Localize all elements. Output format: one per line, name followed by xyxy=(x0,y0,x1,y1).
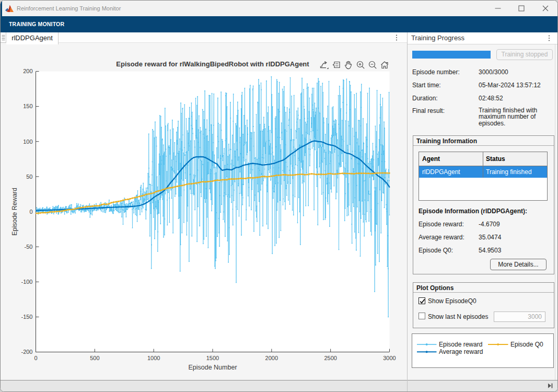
zoom-in-icon xyxy=(356,60,365,70)
status-cell: Training finished xyxy=(483,166,532,178)
progress-fill xyxy=(412,51,491,59)
legend-episode-reward: Episode reward xyxy=(439,341,482,348)
restore-view-button[interactable] xyxy=(379,59,390,71)
panel-separator[interactable] xyxy=(407,32,408,392)
more-details-button[interactable]: More Details... xyxy=(490,259,547,270)
svg-text:1000: 1000 xyxy=(147,355,160,361)
status-bar xyxy=(1,380,558,392)
agent-status-table[interactable]: Agent Status rlDDPGAgent Training finish… xyxy=(419,152,548,201)
matlab-logo-icon xyxy=(5,5,14,13)
datatip-button[interactable] xyxy=(331,59,342,71)
document-bar-grip[interactable] xyxy=(1,32,6,43)
field-label: Episode number: xyxy=(412,68,460,76)
svg-text:2500: 2500 xyxy=(324,355,336,361)
plot-options-title: Plot Options xyxy=(416,284,454,292)
tab-rlddpgagent[interactable]: rlDDPGAgent xyxy=(6,32,59,44)
field-value: 3000/3000 xyxy=(479,68,508,76)
panel-scroll-gutter xyxy=(555,44,555,380)
zoom-out-icon xyxy=(368,60,377,70)
minimize-icon xyxy=(495,5,501,11)
chart-title: Episode reward for rlWalkingBipedRobot w… xyxy=(116,60,309,68)
field-value: 05-Mar-2024 13:57:12 xyxy=(479,82,541,89)
document-tab-bar xyxy=(1,32,407,43)
last-n-episodes-field[interactable]: 3000 xyxy=(494,312,545,322)
field-label: Average reward: xyxy=(419,234,464,241)
agent-cell: rlDDPGAgent xyxy=(419,166,460,178)
field-label: Final result: xyxy=(412,107,445,114)
field-label: Start time: xyxy=(412,82,441,89)
pan-button[interactable] xyxy=(343,59,354,71)
svg-text:-100: -100 xyxy=(21,279,32,285)
svg-text:50: 50 xyxy=(26,174,32,180)
svg-text:0: 0 xyxy=(34,355,37,361)
close-button[interactable] xyxy=(537,1,554,16)
svg-text:3000: 3000 xyxy=(383,355,396,361)
maximize-icon xyxy=(518,5,525,11)
field-label: Episode Q0: xyxy=(419,247,453,254)
show-last-n-episodes-checkbox[interactable] xyxy=(419,313,425,319)
grip-icon xyxy=(2,34,5,41)
training-figure: -200-150-100-500501001502000500100015002… xyxy=(1,44,407,380)
svg-text:-50: -50 xyxy=(25,244,33,250)
skip-end-icon xyxy=(547,383,553,389)
home-icon xyxy=(380,60,389,70)
x-axis-label: Episode Number xyxy=(188,364,237,371)
document-actions-button[interactable] xyxy=(391,32,402,43)
field-value: 54.9503 xyxy=(479,247,501,254)
group-divider xyxy=(413,292,554,293)
kebab-icon xyxy=(396,34,398,41)
window-title: Reinforcement Learning Training Monitor xyxy=(17,1,121,16)
training-progress-bar xyxy=(412,51,491,59)
legend-episode-q0: Episode Q0 xyxy=(510,341,543,348)
kebab-icon xyxy=(548,34,550,42)
training-stopped-button[interactable]: Training stopped xyxy=(496,49,553,60)
svg-text:150: 150 xyxy=(23,103,32,109)
field-value: Training finished with maximum number of… xyxy=(479,107,544,126)
skip-to-end-button[interactable] xyxy=(547,383,553,389)
pan-icon xyxy=(344,60,353,70)
field-value: -4.6709 xyxy=(479,221,500,228)
show-episodeq0-checkbox[interactable] xyxy=(419,297,425,304)
minimize-button[interactable] xyxy=(489,1,507,16)
field-label: Episode reward: xyxy=(419,221,464,228)
training-information-title: Training Information xyxy=(416,137,477,145)
column-header-agent: Agent xyxy=(419,152,440,166)
panel-menu-button[interactable] xyxy=(544,32,554,44)
svg-text:2000: 2000 xyxy=(265,355,278,361)
training-progress-title: Training Progress xyxy=(411,32,464,44)
export-icon xyxy=(319,60,329,70)
svg-text:100: 100 xyxy=(23,139,32,145)
table-column-divider xyxy=(483,152,483,178)
app-window: Reinforcement Learning Training Monitor … xyxy=(0,0,558,392)
svg-text:1500: 1500 xyxy=(206,355,219,361)
svg-text:-200: -200 xyxy=(21,349,32,355)
check-icon xyxy=(419,298,426,305)
field-value: 35.0474 xyxy=(479,234,501,241)
export-button[interactable] xyxy=(319,59,330,71)
episode-information-title: Episode Information (rlDDPGAgent): xyxy=(419,207,527,215)
maximize-button[interactable] xyxy=(513,1,530,16)
svg-text:0: 0 xyxy=(29,209,32,215)
svg-text:-150: -150 xyxy=(21,314,32,320)
y-axis-label: Episode Reward xyxy=(11,188,18,236)
zoom-in-button[interactable] xyxy=(355,59,366,71)
status-bar-divider xyxy=(407,380,408,392)
svg-text:200: 200 xyxy=(23,68,32,74)
svg-text:500: 500 xyxy=(90,355,99,361)
episode-reward-chart[interactable]: -200-150-100-500501001502000500100015002… xyxy=(1,44,407,380)
axes-toolbar xyxy=(319,59,390,71)
show-episodeq0-label: Show EpisodeQ0 xyxy=(428,297,476,305)
group-divider xyxy=(413,145,554,146)
toolstrip xyxy=(1,16,558,32)
close-icon xyxy=(542,5,549,11)
field-label: Duration: xyxy=(412,95,438,102)
toolstrip-tab-training-monitor[interactable]: TRAINING MONITOR xyxy=(9,16,64,32)
legend-average-reward: Average reward xyxy=(439,348,483,355)
zoom-out-button[interactable] xyxy=(367,59,378,71)
column-header-status: Status xyxy=(483,152,505,166)
show-last-n-episodes-label: Show last N episodes xyxy=(428,313,488,320)
datatip-icon xyxy=(332,60,341,70)
field-value: 02:48:52 xyxy=(479,95,503,102)
